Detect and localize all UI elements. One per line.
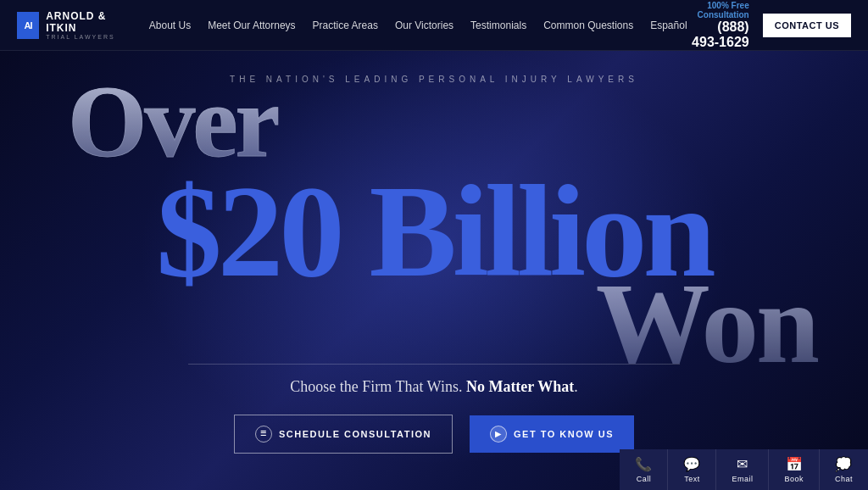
contact-button[interactable]: CONTACT US xyxy=(763,14,851,37)
bottom-book[interactable]: 📅 Book xyxy=(769,449,820,490)
logo[interactable]: AI ARNOLD & ITKIN TRIAL LAWYERS xyxy=(17,10,124,40)
nav-victories[interactable]: Our Victories xyxy=(395,19,453,31)
call-icon: 📞 xyxy=(635,456,652,472)
logo-text: ARNOLD & ITKIN TRIAL LAWYERS xyxy=(46,10,124,40)
navbar: AI ARNOLD & ITKIN TRIAL LAWYERS About Us… xyxy=(0,0,868,51)
chat-label: Chat xyxy=(835,475,853,483)
nav-practice[interactable]: Practice Areas xyxy=(313,19,378,31)
bottom-email[interactable]: ✉ Email xyxy=(716,449,769,490)
chat-icon: 💭 xyxy=(835,456,852,472)
get-know-button[interactable]: ▶ GET TO KNOW US xyxy=(470,415,634,453)
hero-section: AI ARNOLD & ITKIN TRIAL LAWYERS About Us… xyxy=(0,0,868,490)
email-label: Email xyxy=(732,475,753,483)
nav-right: 100% Free Consultation (888) 493-1629 CO… xyxy=(687,1,851,50)
play-icon: ▶ xyxy=(490,426,507,443)
call-label: Call xyxy=(637,475,652,483)
cta-buttons: ☰ SCHEDULE CONSULTATION ▶ GET TO KNOW US xyxy=(234,415,634,454)
hero-over-text: Over xyxy=(0,71,278,173)
nav-espanol[interactable]: Español xyxy=(650,19,687,31)
logo-name: ARNOLD & ITKIN xyxy=(46,10,124,34)
logo-subtitle: TRIAL LAWYERS xyxy=(46,34,124,40)
consultation-label: 100% Free Consultation xyxy=(687,1,749,19)
hero-won-text: Won xyxy=(596,266,868,381)
logo-icon: AI xyxy=(17,12,39,39)
text-icon: 💬 xyxy=(683,456,700,472)
nav-testimonials[interactable]: Testimonials xyxy=(470,19,526,31)
over-row: Over xyxy=(0,71,868,173)
bottom-call[interactable]: 📞 Call xyxy=(620,449,668,490)
bottom-contact-bar: 📞 Call 💬 Text ✉ Email 📅 Book 💭 Chat xyxy=(620,449,868,490)
bottom-chat[interactable]: 💭 Chat xyxy=(820,449,868,490)
nav-questions[interactable]: Common Questions xyxy=(543,19,633,31)
nav-attorneys[interactable]: Meet Our Attorneys xyxy=(208,19,295,31)
nav-about[interactable]: About Us xyxy=(149,19,191,31)
book-label: Book xyxy=(784,475,804,483)
nav-links: About Us Meet Our Attorneys Practice Are… xyxy=(149,19,687,31)
phone-number[interactable]: (888) 493-1629 xyxy=(687,19,749,50)
text-label: Text xyxy=(684,475,700,483)
bottom-text[interactable]: 💬 Text xyxy=(668,449,716,490)
consultation-area: 100% Free Consultation (888) 493-1629 xyxy=(687,1,749,50)
schedule-button[interactable]: ☰ SCHEDULE CONSULTATION xyxy=(234,415,453,454)
schedule-icon: ☰ xyxy=(255,426,272,443)
hero-content: THE NATION'S LEADING PERSONAL INJURY LAW… xyxy=(0,0,868,490)
hero-text-container: Over $20 Billion Won xyxy=(0,71,868,381)
hero-sub-text: Choose the Firm That Wins. No Matter Wha… xyxy=(290,378,577,396)
book-icon: 📅 xyxy=(786,456,803,472)
email-icon: ✉ xyxy=(737,456,748,472)
